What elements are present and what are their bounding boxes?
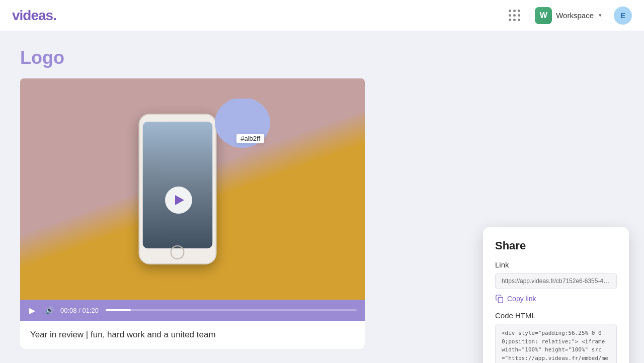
play-button[interactable]	[165, 187, 192, 214]
header: videas. W Workspace ▾ E	[0, 0, 644, 31]
copy-link-button[interactable]: Copy link	[495, 294, 536, 303]
workspace-button[interactable]: W Workspace ▾	[531, 5, 606, 26]
total-time: 01:20	[82, 307, 99, 314]
main-content: Logo #alb2ff	[0, 31, 644, 349]
apps-grid-icon[interactable]	[507, 8, 523, 24]
video-caption: Year in review | fun, hard work and a un…	[20, 321, 365, 349]
play-triangle-icon	[175, 195, 184, 205]
play-pause-button[interactable]: ▶	[26, 304, 38, 316]
color-label: #alb2ff	[236, 134, 264, 143]
code-html-label: Code HTML	[495, 311, 617, 320]
page-title: Logo	[20, 47, 624, 68]
grid-dots	[509, 10, 521, 22]
share-link-box: https://app.videas.fr/cb7152e6-6355-43..…	[495, 273, 617, 289]
copy-link-label: Copy link	[507, 295, 536, 303]
video-controls: ▶ 🔊 00:08 / 01:20	[20, 300, 365, 321]
current-time: 00:08	[60, 307, 77, 314]
volume-button[interactable]: 🔊	[43, 304, 55, 316]
video-container: #alb2ff ▶ 🔊 00:08 /	[20, 78, 365, 349]
phone-home-button	[171, 245, 185, 259]
progress-bar[interactable]	[106, 309, 357, 311]
chevron-down-icon: ▾	[599, 12, 602, 19]
color-blob-shape	[214, 99, 272, 151]
avatar[interactable]: E	[614, 7, 632, 25]
phone-screen	[142, 122, 212, 248]
svg-rect-1	[498, 297, 503, 303]
copy-link-icon	[495, 294, 504, 303]
video-thumbnail: #alb2ff	[20, 78, 365, 300]
workspace-icon: W	[535, 7, 552, 24]
link-section-label: Link	[495, 260, 617, 269]
header-right: W Workspace ▾ E	[507, 5, 632, 26]
video-time: 00:08 / 01:20	[60, 307, 99, 314]
code-html-box: <div style="padding:56.25% 0 0 0;positio…	[495, 324, 617, 363]
workspace-label: Workspace	[556, 11, 594, 20]
phone-screen-inner	[142, 122, 212, 248]
app-logo: videas.	[12, 8, 56, 24]
share-panel: Share Link https://app.videas.fr/cb7152e…	[483, 227, 629, 363]
share-title: Share	[495, 239, 617, 252]
progress-fill	[106, 309, 131, 311]
